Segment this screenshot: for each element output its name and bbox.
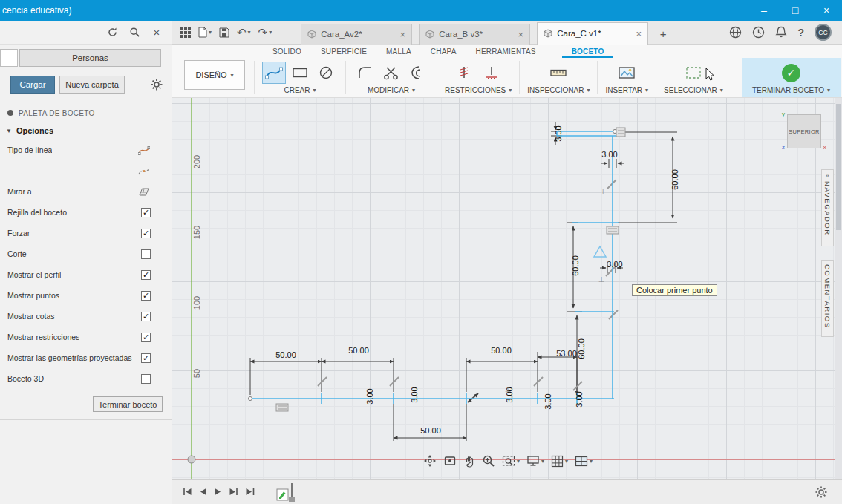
pan-hand-icon[interactable] [463, 455, 475, 468]
close-tab-icon[interactable]: × [400, 29, 406, 40]
dimension-label[interactable]: 3.00 [554, 125, 563, 141]
dimension-label[interactable]: 3.00 [601, 150, 617, 159]
close-tab-icon[interactable]: × [518, 29, 524, 40]
dimension-label[interactable]: 60.00 [670, 169, 679, 190]
mostrar-restricciones-checkbox[interactable] [141, 333, 151, 342]
inspeccionar-dropdown[interactable]: INSPECCIONAR ▾ [527, 86, 590, 94]
look-at-plane-icon[interactable] [137, 186, 151, 197]
perpendicular-constraint-icon[interactable]: ⊥ [600, 188, 607, 196]
perpendicular-constraint-icon[interactable]: ⊥ [505, 385, 512, 393]
avatar[interactable]: CC [815, 24, 832, 41]
dimension-label[interactable]: 50.00 [491, 346, 512, 355]
redo-icon[interactable]: ↷ ▾ [255, 23, 276, 42]
timeline-position-marker[interactable] [291, 483, 293, 501]
perpendicular-constraint-icon[interactable]: ⊥ [598, 275, 605, 284]
step-forward-button[interactable] [229, 488, 238, 496]
spline-linetype-icon[interactable] [137, 145, 151, 155]
mostrar-puntos-checkbox[interactable] [141, 291, 151, 301]
save-icon[interactable] [215, 23, 233, 42]
minimize-button[interactable]: – [748, 0, 780, 21]
dimension-label[interactable]: 3.00 [410, 387, 419, 402]
new-tab-button[interactable]: + [655, 26, 671, 42]
measure-tool-button[interactable] [546, 62, 570, 84]
dimension-label[interactable]: 53.00 [556, 349, 577, 358]
rejilla-checkbox[interactable] [141, 208, 151, 217]
line-tool-button[interactable] [262, 62, 286, 84]
scrollbar[interactable] [835, 98, 842, 479]
tab-boceto[interactable]: BOCETO [562, 48, 614, 58]
close-button[interactable]: × [811, 0, 842, 21]
go-to-end-button[interactable] [245, 488, 255, 496]
view-cube[interactable]: SUPERIOR y z x [787, 114, 821, 148]
maximize-button[interactable]: □ [780, 0, 811, 21]
circle-tool-button[interactable] [314, 62, 338, 84]
extensions-icon[interactable] [729, 26, 742, 39]
timeline-settings-gear-icon[interactable] [815, 486, 827, 498]
panel-tab-blank[interactable] [0, 49, 18, 67]
viewport-canvas[interactable]: 200 150 100 50 3.00 3.00 60.00 60.00 3.0… [172, 98, 842, 479]
dimension-label[interactable]: 50.00 [420, 426, 441, 435]
tab-herramientas[interactable]: HERRAMIENTAS [466, 48, 546, 58]
fit-view-icon[interactable]: ▾ [502, 455, 520, 467]
seleccionar-dropdown[interactable]: SELECCIONAR ▾ [664, 86, 723, 94]
terminar-boceto-dropdown[interactable]: TERMINAR BOCETO ▾ [752, 86, 830, 94]
search-icon[interactable] [128, 27, 140, 39]
dimension-label[interactable]: 3.00 [365, 388, 374, 404]
file-menu-icon[interactable]: ▾ [195, 23, 215, 42]
fix-constraint-button[interactable] [454, 62, 477, 84]
gear-icon[interactable] [151, 79, 163, 91]
personas-tab[interactable]: Personas [19, 49, 161, 67]
tab-cara-av2[interactable]: Cara_Av2* × [301, 24, 412, 45]
sketch-point[interactable] [249, 397, 252, 401]
cargar-button[interactable]: Cargar [10, 76, 55, 94]
crear-dropdown[interactable]: CREAR ▾ [284, 86, 316, 94]
dimension-label[interactable]: 3.00 [607, 260, 622, 269]
display-settings-icon[interactable]: ▾ [526, 455, 544, 467]
modificar-dropdown[interactable]: MODIFICAR ▾ [368, 86, 415, 94]
navegador-collapsed-panel[interactable]: « NAVEGADOR [821, 169, 834, 246]
vertical-constraint-button[interactable] [480, 62, 503, 84]
restricciones-dropdown[interactable]: RESTRICCIONES ▾ [445, 86, 512, 94]
tab-solido[interactable]: SOLIDO [263, 48, 311, 58]
play-button[interactable] [214, 488, 222, 496]
job-status-icon[interactable] [752, 26, 765, 39]
notifications-bell-icon[interactable] [775, 26, 787, 39]
dimension-label[interactable]: 3.00 [544, 393, 552, 409]
insertar-dropdown[interactable]: INSERTAR ▾ [605, 86, 648, 94]
sketch-lines[interactable] [250, 131, 622, 404]
forzar-checkbox[interactable] [141, 229, 151, 238]
grid-settings-icon[interactable]: ▾ [551, 455, 568, 468]
close-panel-icon[interactable]: × [151, 27, 163, 39]
construction-line-icon[interactable] [137, 166, 151, 176]
look-at-icon[interactable] [443, 455, 457, 467]
finish-sketch-check-icon[interactable]: ✓ [782, 64, 800, 82]
mostrar-perfil-checkbox[interactable] [141, 270, 151, 280]
tab-cara-c[interactable]: Cara_C v1* × [537, 22, 648, 45]
nueva-carpeta-button[interactable]: Nueva carpeta [59, 76, 125, 94]
scrollbar-thumb[interactable] [836, 104, 841, 230]
go-to-start-button[interactable] [183, 488, 192, 496]
geometrias-proyectadas-checkbox[interactable] [141, 353, 151, 363]
select-tool-button[interactable] [682, 62, 705, 84]
dimension-label[interactable]: 50.00 [275, 350, 296, 359]
step-back-button[interactable] [199, 488, 207, 496]
zoom-icon[interactable] [482, 454, 495, 468]
tab-chapa[interactable]: CHAPA [421, 48, 466, 58]
dimension-label[interactable]: 3.00 [575, 391, 584, 407]
dimension-label[interactable]: 50.00 [348, 346, 369, 355]
group-terminar-boceto[interactable]: ✓ TERMINAR BOCETO ▾ [742, 58, 841, 97]
help-icon[interactable]: ? [797, 27, 804, 39]
design-environment-dropdown[interactable]: DISEÑO ▾ [184, 60, 245, 90]
corte-checkbox[interactable] [141, 249, 151, 259]
close-tab-icon[interactable]: × [636, 28, 642, 39]
insert-image-button[interactable] [615, 62, 639, 84]
terminar-boceto-panel-button[interactable]: Terminar boceto [93, 396, 163, 412]
trim-scissors-button[interactable] [379, 62, 403, 84]
dimension-label[interactable]: 60.00 [577, 338, 586, 359]
tab-cara-b[interactable]: Cara_B v3* × [419, 24, 530, 45]
tab-malla[interactable]: MALLA [376, 48, 421, 58]
rectangle-tool-button[interactable] [288, 62, 312, 84]
dimension-label[interactable]: 60.00 [571, 255, 580, 276]
offset-tool-button[interactable] [405, 62, 429, 84]
mostrar-cotas-checkbox[interactable] [141, 312, 151, 321]
